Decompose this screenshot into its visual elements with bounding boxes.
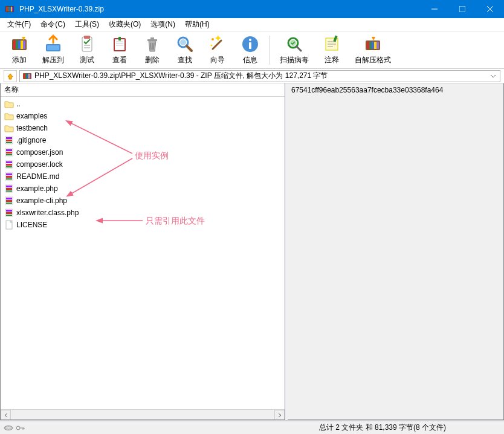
scan-button[interactable]: 扫描病毒 [274, 33, 315, 67]
file-icon [4, 172, 14, 181]
view-button[interactable]: 查看 [104, 33, 135, 67]
file-name: example.php [16, 184, 58, 193]
svg-point-94 [5, 427, 11, 429]
menu-commands[interactable]: 命令(C) [36, 18, 70, 31]
svg-rect-17 [47, 45, 59, 50]
up-arrow-icon [6, 72, 15, 80]
svg-rect-28 [147, 39, 157, 41]
preview-panel: 67541cff96eab25563aa7fcecba33e03368fa464 [288, 83, 504, 420]
svg-rect-1 [6, 7, 8, 11]
svg-rect-5 [12, 7, 13, 11]
file-row[interactable]: LICENSE [1, 219, 285, 231]
file-row[interactable]: testbench [1, 122, 285, 134]
file-name: composer.json [16, 148, 63, 157]
svg-rect-75 [6, 173, 12, 175]
extract-label: 解压到 [42, 55, 64, 65]
add-label: 添加 [12, 55, 27, 65]
test-button[interactable]: 测试 [71, 33, 103, 67]
scroll-left-button[interactable] [1, 410, 11, 420]
svg-rect-88 [6, 212, 12, 214]
menu-options[interactable]: 选项(N) [146, 18, 180, 31]
file-row[interactable]: example-cli.php [1, 195, 285, 207]
trash-icon [143, 34, 162, 54]
wand-icon [208, 34, 227, 54]
window-title: PHP_XLSXWriter-0.39.zip [19, 5, 421, 13]
svg-rect-27 [118, 37, 121, 40]
svg-rect-89 [6, 215, 12, 216]
close-button[interactable] [476, 0, 504, 18]
delete-label: 删除 [145, 55, 160, 65]
add-button[interactable]: 添加 [4, 33, 35, 67]
file-icon [4, 147, 14, 157]
svg-rect-29 [150, 37, 154, 39]
file-row[interactable]: .. [1, 98, 285, 110]
svg-rect-4 [11, 7, 12, 11]
svg-rect-67 [6, 149, 12, 151]
sfx-label: 自解压格式 [355, 55, 391, 65]
file-name: testbench [16, 124, 48, 132]
svg-rect-23 [115, 39, 124, 50]
menu-file[interactable]: 文件(F) [2, 18, 36, 31]
path-field[interactable]: PHP_XLSXWriter-0.39.zip\PHP_XLSXWriter-0… [19, 70, 500, 82]
svg-point-37 [212, 38, 214, 40]
file-row[interactable]: examples [1, 110, 285, 122]
svg-rect-51 [367, 42, 369, 49]
menubar: 文件(F) 命令(C) 工具(S) 收藏夹(O) 选项(N) 帮助(H) [0, 18, 504, 31]
svg-rect-84 [6, 200, 12, 202]
shield-icon [285, 34, 304, 54]
svg-rect-11 [13, 40, 16, 49]
comment-button[interactable]: 注释 [316, 33, 347, 67]
titlebar: PHP_XLSXWriter-0.39.zip [0, 0, 504, 18]
svg-line-36 [213, 40, 221, 49]
svg-rect-13 [18, 40, 21, 49]
svg-rect-15 [23, 40, 25, 49]
scroll-track[interactable] [11, 410, 274, 419]
file-row[interactable]: .gitignore [1, 134, 285, 146]
file-icon [4, 208, 14, 218]
wizard-button[interactable]: 向导 [202, 33, 233, 67]
svg-line-35 [187, 46, 192, 51]
svg-point-40 [249, 39, 251, 41]
file-icon [4, 135, 14, 145]
minimize-button[interactable] [421, 0, 448, 18]
svg-rect-79 [6, 186, 12, 187]
toolbar-separator [270, 36, 270, 65]
svg-rect-60 [28, 74, 30, 79]
menu-help[interactable]: 帮助(H) [180, 18, 215, 31]
file-name: README.md [16, 172, 59, 181]
column-header-name[interactable]: 名称 [1, 83, 285, 97]
menu-favorites[interactable]: 收藏夹(O) [104, 18, 146, 31]
horizontal-scrollbar[interactable] [1, 409, 285, 419]
path-dropdown-button[interactable] [489, 74, 497, 79]
delete-button[interactable]: 删除 [137, 33, 168, 67]
scroll-right-button[interactable] [274, 410, 285, 420]
statusbar: 总计 2 文件夹 和 81,339 字节(8 个文件) [0, 421, 504, 434]
file-row[interactable]: composer.json [1, 146, 285, 158]
folder-icon [4, 123, 14, 133]
maximize-button[interactable] [448, 0, 476, 18]
find-button[interactable]: 查找 [169, 33, 201, 67]
svg-rect-54 [374, 42, 376, 49]
svg-point-38 [211, 45, 213, 47]
view-label: 查看 [112, 55, 127, 65]
file-name: .. [16, 100, 21, 108]
info-button[interactable]: 信息 [234, 33, 266, 67]
svg-rect-55 [376, 42, 379, 49]
extract-button[interactable]: 解压到 [36, 33, 70, 67]
file-row[interactable]: README.md [1, 170, 285, 183]
file-list[interactable]: ..examplestestbench.gitignorecomposer.js… [1, 97, 285, 232]
menu-tools[interactable]: 工具(S) [70, 18, 104, 31]
file-name: composer.lock [16, 160, 63, 169]
file-row[interactable]: xlsxwriter.class.php [1, 207, 285, 219]
pathbar: PHP_XLSXWriter-0.39.zip\PHP_XLSXWriter-0… [0, 69, 504, 83]
svg-rect-87 [6, 210, 12, 212]
file-icon [4, 184, 14, 193]
disk-icon [4, 425, 13, 431]
app-icon [5, 4, 15, 14]
scan-label: 扫描病毒 [280, 55, 309, 65]
up-button[interactable] [4, 70, 17, 82]
sfx-button[interactable]: 自解压格式 [349, 33, 397, 67]
comment-label: 注释 [325, 55, 339, 65]
file-row[interactable]: example.php [1, 183, 285, 195]
file-row[interactable]: composer.lock [1, 158, 285, 170]
